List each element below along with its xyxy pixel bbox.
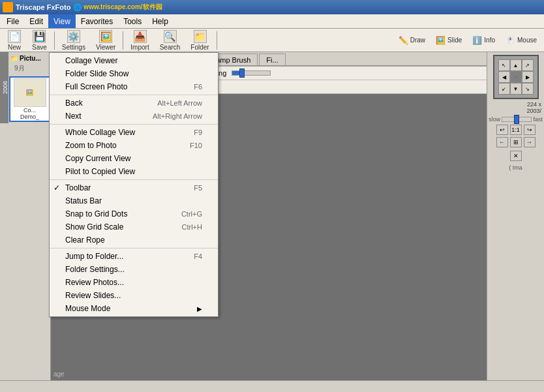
- menu-item-whole-collage-view[interactable]: Whole Collage View F9: [50, 126, 218, 139]
- edge-feathering-slider[interactable]: [232, 70, 271, 76]
- menu-item-jump-to-folder[interactable]: Jump to Folder... F4: [50, 250, 218, 263]
- nav-up[interactable]: ▲: [510, 59, 522, 71]
- sep-1: [50, 95, 218, 95]
- menu-item-folder-slide-show[interactable]: Folder Slide Show: [50, 67, 218, 80]
- zoom-shortcut: F10: [190, 142, 202, 149]
- nav-left[interactable]: ◀: [498, 71, 510, 83]
- toolbar-import-label: Import: [130, 44, 149, 51]
- draw-tab-slide[interactable]: 🖼️ Slide: [431, 34, 466, 47]
- nav-box: ↖ ▲ ↗ ◀ · ▶ ↙ ▼ ↘: [493, 55, 539, 99]
- right-controls-row2: ← ⊞ →: [496, 137, 536, 147]
- toolbar-sep-1: [54, 31, 55, 50]
- menu-favorites[interactable]: Favorites: [76, 14, 118, 28]
- menu-item-status-bar[interactable]: Status Bar: [50, 194, 218, 207]
- toolbar-settings[interactable]: ⚙️ Settings: [57, 28, 90, 53]
- nav-down-right[interactable]: ↘: [522, 83, 534, 95]
- draw-tab-draw-label: Draw: [410, 37, 425, 44]
- jump-folder-label: Jump to Folder...: [65, 252, 123, 261]
- nav-down-left[interactable]: ↙: [498, 83, 510, 95]
- nav-down[interactable]: ▼: [510, 83, 522, 95]
- btn-undo[interactable]: ↩: [496, 125, 508, 135]
- speed-slider[interactable]: [502, 117, 532, 122]
- toolbar-search[interactable]: 🔍 Search: [155, 28, 185, 53]
- btn-right-arrow[interactable]: →: [524, 137, 536, 147]
- view-dropdown-menu: Collage Viewer Folder Slide Show Full Sc…: [49, 52, 219, 317]
- menu-item-review-photos[interactable]: Review Photos...: [50, 276, 218, 289]
- menu-item-collage-viewer[interactable]: Collage Viewer: [50, 54, 218, 67]
- clear-rope-label: Clear Rope: [65, 235, 105, 245]
- menu-item-snap-to-grid[interactable]: Snap to Grid Dots Ctrl+G: [50, 207, 218, 220]
- menu-item-clear-rope[interactable]: Clear Rope: [50, 234, 218, 247]
- fast-label: fast: [533, 116, 543, 123]
- draw-tab-mouse[interactable]: 🖱️ Mouse: [501, 34, 541, 47]
- menu-item-folder-settings[interactable]: Folder Settings...: [50, 263, 218, 276]
- draw-tab-draw[interactable]: ✏️ Draw: [394, 34, 430, 47]
- btn-close[interactable]: ✕: [510, 151, 522, 161]
- toolbar-save[interactable]: 💾 Save: [27, 28, 52, 53]
- toolbar-new[interactable]: 📄 New: [3, 28, 26, 53]
- sep-4: [50, 248, 218, 249]
- title-bar: Triscape FxFoto 🌐 www.triscape.com/软件园: [0, 0, 544, 14]
- toolbar-sep-3: [217, 31, 217, 50]
- toolbar-folder-label: Folder: [190, 44, 209, 51]
- menu-item-copy-current-view[interactable]: Copy Current View: [50, 152, 218, 165]
- app-icon: [3, 2, 13, 12]
- year-label: 2006: [2, 81, 8, 94]
- menu-item-pilot-to-copied-view[interactable]: Pilot to Copied View: [50, 165, 218, 178]
- menu-item-next[interactable]: Next Alt+Right Arrow: [50, 110, 218, 123]
- sep-3: [50, 179, 218, 180]
- next-label: Next: [65, 112, 82, 121]
- full-screen-shortcut: F6: [194, 83, 202, 91]
- menu-tools[interactable]: Tools: [118, 14, 147, 28]
- btn-grid[interactable]: ⊞: [510, 137, 522, 147]
- left-panel: 2006 📁 Pictu... 9月 🖼️ Co... Demo_: [0, 52, 51, 380]
- nav-right[interactable]: ▶: [522, 71, 534, 83]
- toolbar-search-label: Search: [160, 44, 181, 51]
- edge-feathering-thumb[interactable]: [239, 68, 245, 78]
- tab-fi[interactable]: Fi...: [259, 53, 285, 65]
- show-grid-shortcut: Ctrl+H: [182, 223, 202, 231]
- image-info-label: ( Ima: [509, 164, 522, 171]
- menu-item-review-slides[interactable]: Review Slides...: [50, 289, 218, 302]
- image-label: age: [53, 370, 65, 378]
- nav-center[interactable]: ·: [510, 71, 522, 83]
- toolbar-new-label: New: [8, 44, 21, 51]
- folder-date: 9月: [9, 63, 50, 74]
- menu-item-zoom-to-photo[interactable]: Zoom to Photo F10: [50, 139, 218, 152]
- menu-edit[interactable]: Edit: [24, 14, 48, 28]
- btn-ratio[interactable]: 1:1: [510, 125, 522, 135]
- speed-thumb[interactable]: [514, 115, 519, 124]
- menu-item-toolbar[interactable]: ✓ Toolbar F5: [50, 181, 218, 194]
- menu-item-show-grid-scale[interactable]: Show Grid Scale Ctrl+H: [50, 220, 218, 234]
- menu-item-back[interactable]: Back Alt+Left Arrow: [50, 97, 218, 110]
- draw-tab-mouse-label: Mouse: [517, 37, 537, 44]
- btn-redo[interactable]: ↪: [524, 125, 536, 135]
- toolbar-folder[interactable]: 📁 Folder: [186, 28, 213, 53]
- next-shortcut: Alt+Right Arrow: [153, 112, 202, 120]
- full-screen-photo-label: Full Screen Photo: [65, 82, 127, 91]
- dropdown-overlay: Collage Viewer Folder Slide Show Full Sc…: [49, 52, 219, 317]
- photo-thumb[interactable]: 🖼️ Co... Demo_: [9, 76, 50, 122]
- menu-file[interactable]: File: [1, 14, 24, 28]
- jump-folder-shortcut: F4: [194, 252, 202, 260]
- copy-current-view-label: Copy Current View: [65, 154, 131, 163]
- slow-label: slow: [489, 116, 500, 123]
- menu-help[interactable]: Help: [147, 14, 174, 28]
- draw-tab-info[interactable]: ℹ️ Info: [468, 34, 500, 47]
- nav-up-right[interactable]: ↗: [522, 59, 534, 71]
- menu-item-mouse-mode[interactable]: Mouse Mode ▶: [50, 302, 218, 315]
- photo-sublabel: Demo_: [11, 113, 48, 120]
- btn-left-arrow[interactable]: ←: [496, 137, 508, 147]
- folder-settings-label: Folder Settings...: [65, 265, 125, 274]
- back-shortcut: Alt+Left Arrow: [157, 99, 202, 107]
- menu-view[interactable]: View: [48, 14, 76, 28]
- toolbar-viewer[interactable]: 🖼️ Viewer: [91, 28, 120, 53]
- toolbar-import[interactable]: 📥 Import: [126, 28, 153, 53]
- folder-title[interactable]: 📁 Pictu...: [9, 53, 50, 63]
- show-grid-label: Show Grid Scale: [65, 222, 123, 232]
- review-photos-label: Review Photos...: [65, 278, 124, 287]
- mouse-mode-arrow: ▶: [197, 305, 202, 312]
- menu-item-full-screen-photo[interactable]: Full Screen Photo F6: [50, 80, 218, 93]
- nav-up-left[interactable]: ↖: [498, 59, 510, 71]
- sep-2: [50, 124, 218, 125]
